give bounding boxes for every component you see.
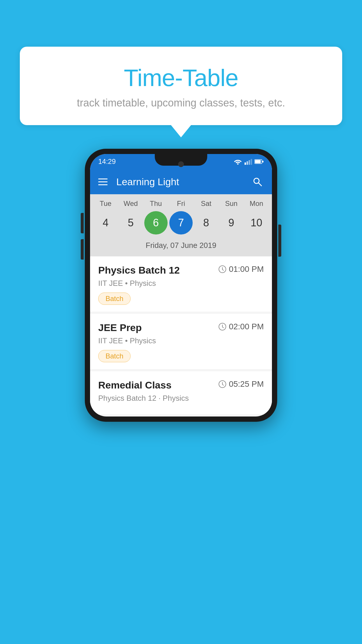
class-item-header-1: Physics Batch 12 01:00 PM [98, 265, 264, 276]
search-button[interactable] [251, 175, 264, 188]
status-time: 14:29 [98, 158, 116, 166]
svg-point-0 [237, 163, 239, 165]
class-item-1[interactable]: Physics Batch 12 01:00 PM IIT JEE • Phys… [90, 256, 272, 312]
day-headers: Tue Wed Thu Fri Sat Sun Mon [90, 200, 272, 208]
signal-icon [245, 158, 252, 165]
svg-rect-6 [255, 160, 261, 163]
day-8[interactable]: 8 [194, 211, 218, 235]
day-numbers: 4 5 6 7 8 9 10 [90, 211, 272, 235]
svg-rect-3 [249, 160, 250, 165]
bubble-subtitle: track timetable, upcoming classes, tests… [34, 97, 328, 109]
svg-rect-2 [247, 161, 248, 165]
wifi-icon [233, 158, 242, 165]
info-bubble: Time-Table track timetable, upcoming cla… [20, 47, 342, 125]
day-label-fri: Fri [169, 200, 193, 208]
clock-icon-3 [218, 380, 226, 388]
class-item-2[interactable]: JEE Prep 02:00 PM IIT JEE • Physics Batc… [90, 314, 272, 370]
day-label-mon: Mon [245, 200, 268, 208]
calendar-strip: Tue Wed Thu Fri Sat Sun Mon 4 5 6 7 8 9 … [90, 194, 272, 256]
day-5[interactable]: 5 [119, 211, 142, 235]
day-6-today[interactable]: 6 [144, 211, 168, 235]
day-4[interactable]: 4 [94, 211, 117, 235]
clock-icon-1 [218, 265, 226, 273]
battery-icon [254, 159, 264, 164]
power-button[interactable] [278, 225, 281, 257]
day-7-selected[interactable]: 7 [169, 211, 193, 235]
day-label-thu: Thu [144, 200, 168, 208]
clock-icon-2 [218, 323, 226, 331]
class-name-1: Physics Batch 12 [98, 265, 180, 276]
class-time-1: 01:00 PM [218, 265, 264, 274]
app-title: Learning Light [116, 176, 251, 188]
phone-notch [155, 154, 207, 166]
class-item-header-2: JEE Prep 02:00 PM [98, 322, 264, 333]
class-tag-1: Batch [98, 293, 131, 305]
class-item-header-3: Remedial Class 05:25 PM [98, 379, 264, 391]
app-bar: Learning Light [90, 169, 272, 194]
class-tag-2: Batch [98, 350, 131, 362]
day-10[interactable]: 10 [245, 211, 268, 235]
svg-rect-7 [262, 161, 263, 162]
day-label-sat: Sat [194, 200, 218, 208]
class-name-2: JEE Prep [98, 322, 142, 333]
class-meta-1: IIT JEE • Physics [98, 279, 264, 288]
menu-button[interactable] [98, 178, 108, 185]
class-name-3: Remedial Class [98, 379, 171, 391]
day-label-sun: Sun [220, 200, 243, 208]
svg-rect-1 [245, 162, 246, 165]
selected-date-label: Friday, 07 June 2019 [90, 239, 272, 255]
day-label-wed: Wed [119, 200, 142, 208]
status-icons [233, 158, 264, 165]
phone-outer: 14:29 [85, 149, 277, 422]
search-icon [252, 176, 263, 187]
day-label-tue: Tue [94, 200, 117, 208]
volume-down-button[interactable] [81, 239, 84, 260]
phone-screen: 14:29 [90, 154, 272, 416]
day-9[interactable]: 9 [220, 211, 243, 235]
class-meta-3: Physics Batch 12 · Physics [98, 394, 264, 403]
svg-line-9 [259, 183, 261, 186]
front-camera [178, 161, 184, 167]
class-item-3[interactable]: Remedial Class 05:25 PM Physics Batch 12… [90, 371, 272, 415]
volume-up-button[interactable] [81, 213, 84, 233]
class-time-3: 05:25 PM [218, 379, 264, 389]
class-time-text-3: 05:25 PM [229, 379, 264, 389]
class-list: Physics Batch 12 01:00 PM IIT JEE • Phys… [90, 256, 272, 415]
phone-mockup: 14:29 [85, 149, 277, 422]
class-meta-2: IIT JEE • Physics [98, 336, 264, 345]
class-time-2: 02:00 PM [218, 322, 264, 331]
class-time-text-1: 01:00 PM [229, 265, 264, 274]
svg-rect-4 [251, 159, 252, 165]
bubble-card: Time-Table track timetable, upcoming cla… [20, 47, 342, 125]
bubble-title: Time-Table [34, 64, 328, 92]
class-time-text-2: 02:00 PM [229, 322, 264, 331]
